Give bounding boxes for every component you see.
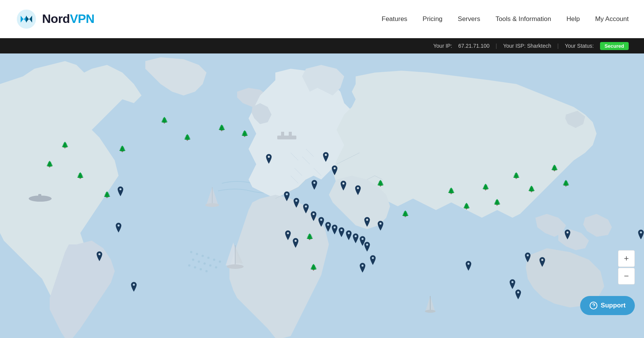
- map-pin[interactable]: [114, 222, 123, 233]
- map-pin[interactable]: [358, 262, 367, 273]
- svg-point-16: [205, 270, 208, 272]
- zoom-out-button[interactable]: −: [618, 268, 635, 285]
- svg-point-12: [215, 266, 217, 268]
- main-nav: Features Pricing Servers Tools & Informa…: [382, 15, 629, 23]
- svg-rect-25: [289, 132, 292, 136]
- map-pin[interactable]: [302, 203, 310, 214]
- map-pin[interactable]: [283, 191, 291, 202]
- svg-point-2: [190, 251, 192, 253]
- zoom-in-button[interactable]: +: [618, 250, 635, 267]
- nav-servers[interactable]: Servers: [458, 15, 480, 23]
- sep1: |: [496, 43, 497, 49]
- support-icon: [589, 301, 598, 310]
- svg-point-3: [196, 253, 198, 255]
- map-pin[interactable]: [310, 180, 319, 190]
- zoom-controls: + −: [618, 250, 635, 285]
- svg-point-37: [425, 310, 436, 313]
- nav-features[interactable]: Features: [382, 15, 407, 23]
- svg-point-6: [213, 259, 215, 261]
- status-label: Your Status:: [565, 43, 594, 49]
- sep2: |: [557, 43, 559, 49]
- nordvpn-logo-icon: [15, 8, 37, 30]
- map-pin[interactable]: [309, 211, 318, 222]
- svg-point-34: [227, 264, 244, 269]
- logo[interactable]: NordVPN: [15, 8, 94, 30]
- map-svg: [0, 53, 644, 338]
- svg-point-8: [192, 259, 194, 261]
- ip-label: Your IP:: [433, 43, 452, 49]
- map-pin[interactable]: [464, 260, 473, 271]
- map-pin[interactable]: [363, 217, 371, 227]
- status-badge: Secured: [600, 42, 629, 50]
- svg-point-10: [203, 262, 206, 265]
- map-pin[interactable]: [130, 281, 138, 292]
- map-pin[interactable]: [376, 220, 385, 231]
- svg-point-4: [202, 255, 204, 257]
- svg-point-9: [198, 260, 200, 263]
- map-pin[interactable]: [369, 255, 377, 265]
- map-pin[interactable]: [538, 257, 546, 267]
- svg-rect-27: [38, 194, 41, 198]
- site-header: NordVPN Features Pricing Servers Tools &…: [0, 0, 644, 38]
- map-pin[interactable]: [265, 154, 273, 164]
- map-pin[interactable]: [363, 241, 371, 252]
- map-pin[interactable]: [508, 279, 517, 289]
- nav-account[interactable]: My Account: [595, 15, 629, 23]
- isp-label: Your ISP: Sharktech: [503, 43, 551, 49]
- svg-point-13: [188, 264, 190, 267]
- svg-point-15: [200, 268, 202, 270]
- map-pin[interactable]: [354, 185, 362, 196]
- svg-point-30: [205, 203, 219, 207]
- map-pin[interactable]: [284, 230, 292, 241]
- world-map: 🌲 🌲 🌲 🌲 🌲 🌲 🌲 🌲 🌲 🌲 🌲 🌲 🌲 🌲 🌲 🌲 🌲 🌲 🌲 🌲 …: [0, 53, 644, 338]
- svg-point-14: [194, 266, 196, 268]
- map-pin[interactable]: [563, 229, 572, 240]
- map-pin[interactable]: [116, 186, 125, 197]
- support-button[interactable]: Support: [580, 296, 635, 315]
- map-pin[interactable]: [292, 197, 301, 208]
- nav-help[interactable]: Help: [566, 15, 580, 23]
- svg-point-11: [209, 264, 211, 267]
- svg-rect-24: [281, 132, 284, 136]
- map-pin[interactable]: [291, 238, 300, 248]
- map-pin[interactable]: [95, 251, 104, 262]
- map-pin[interactable]: [637, 229, 644, 240]
- ip-value: 67.21.71.100: [458, 43, 490, 49]
- status-bar: Your IP: 67.21.71.100 | Your ISP: Sharkt…: [0, 38, 644, 53]
- svg-rect-23: [277, 136, 296, 139]
- map-pin[interactable]: [339, 180, 348, 191]
- nav-tools[interactable]: Tools & Information: [496, 15, 551, 23]
- svg-point-5: [207, 257, 210, 259]
- svg-point-7: [219, 260, 221, 263]
- map-pin[interactable]: [322, 152, 330, 162]
- support-label: Support: [601, 302, 626, 309]
- nav-pricing[interactable]: Pricing: [423, 15, 442, 23]
- map-pin[interactable]: [330, 165, 339, 176]
- map-pin[interactable]: [524, 252, 532, 263]
- logo-text: NordVPN: [42, 12, 94, 26]
- map-pin[interactable]: [514, 289, 522, 300]
